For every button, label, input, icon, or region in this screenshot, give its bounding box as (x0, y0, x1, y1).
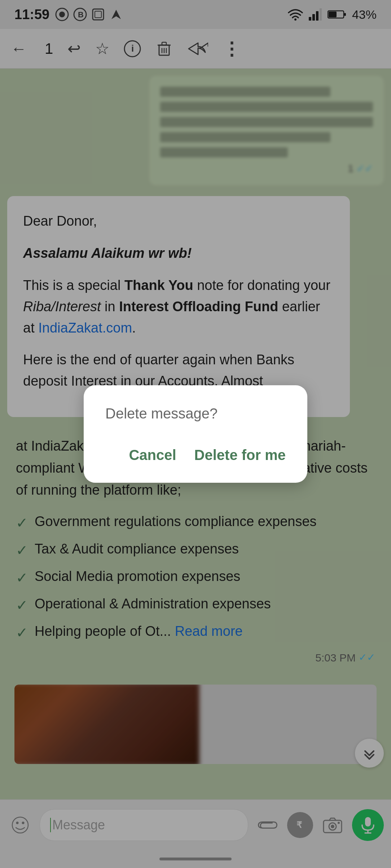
cancel-button[interactable]: Cancel (129, 443, 176, 467)
delete-for-me-button[interactable]: Delete for me (194, 443, 286, 467)
screen: 11:59 B (0, 0, 391, 868)
dialog-title: Delete message? (105, 405, 286, 422)
dialog-buttons: Cancel Delete for me (105, 443, 286, 467)
delete-dialog: Delete message? Cancel Delete for me (84, 385, 307, 483)
dialog-overlay: Delete message? Cancel Delete for me (0, 0, 391, 868)
